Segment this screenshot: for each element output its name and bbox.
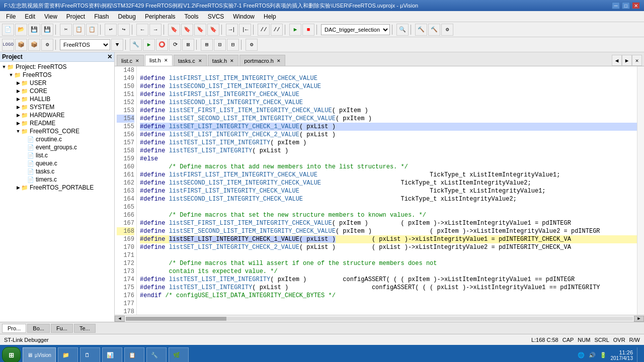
tab-listh[interactable]: list.h ✕ [145,55,173,66]
t9[interactable]: ⊡ [214,39,226,51]
bookmark-prev[interactable]: 🔖 [181,24,193,36]
save-all-button[interactable]: 💾 [41,24,53,36]
save-button[interactable]: 💾 [28,24,40,36]
menu-flash[interactable]: Flash [90,12,113,21]
undo-button[interactable]: ↩ [105,24,117,36]
tree-user[interactable]: ▶ 📁 USER [0,79,114,87]
tree-eventgroups[interactable]: 📄 event_groups.c [0,143,114,151]
paste-button[interactable]: 📋 [86,24,98,36]
tab-tasksc[interactable]: tasks.c ✕ [174,55,207,66]
btab-te[interactable]: Te... [74,324,96,333]
nav-fwd-button[interactable]: → [149,24,162,36]
bookmark-next[interactable]: 🔖 [194,24,206,36]
rebuild-button[interactable]: 🔨 [428,24,440,36]
build-button[interactable]: 🔨 [415,24,427,36]
maximize-button[interactable]: □ [622,2,630,9]
run-debug-button[interactable]: ⚙ [41,39,53,51]
tab-portmacro[interactable]: portmacro.h ✕ [239,55,285,66]
tree-readme[interactable]: ▶ 📁 README [0,119,114,127]
menu-edit[interactable]: Edit [21,12,39,21]
tree-hardware[interactable]: ▶ 📁 HARDWARE [0,111,114,119]
menu-view[interactable]: View [40,12,61,21]
tab-listc[interactable]: list.c ✕ [117,55,144,66]
taskbar-app-6[interactable]: 🔧 [146,347,167,362]
logo-button[interactable]: LOGO [2,39,14,51]
t5[interactable]: ⭕ [156,39,168,51]
t8[interactable]: ⊞ [201,39,213,51]
menu-svcs[interactable]: SVCS [204,12,228,21]
settings-button[interactable]: ⚙ [441,24,453,36]
scroll-indicator[interactable] [637,66,644,315]
tree-core[interactable]: ▶ 📁 CORE [0,87,114,95]
taskbar-app-5[interactable]: 📋 [124,347,144,362]
tree-system[interactable]: ▶ 📁 SYSTEM [0,103,114,111]
find-button[interactable]: 🔍 [396,24,409,36]
hscroll-track[interactable] [126,317,633,321]
redo-button[interactable]: ↪ [118,24,130,36]
taskbar-app-4[interactable]: 📊 [102,347,122,362]
t6[interactable]: ⟳ [169,39,181,51]
debug-stop-button[interactable]: ■ [302,24,314,36]
unindent-button[interactable]: |← [239,24,251,36]
debug-start-button[interactable]: ▶ [289,24,301,36]
code-area[interactable]: 148 149 150 151 152 153 154 155 156 157 … [115,66,644,315]
tab-close-portmacro[interactable]: ✕ [277,58,281,63]
dac-combo[interactable]: DAC_trigger_selection [321,24,390,35]
project-combo[interactable]: FreeRTOS [60,39,110,50]
bookmark-button[interactable]: 🔖 [168,24,180,36]
tab-scroll-right[interactable]: ▶ [622,55,632,66]
tree-freertos-core[interactable]: ▼ 📁 FreeRTOS_CORE [0,127,114,135]
t11[interactable]: ⚙ [246,39,258,51]
menu-peripherals[interactable]: Peripherals [141,12,180,21]
menu-file[interactable]: File [2,12,20,21]
code-content[interactable]: #define listFIRST_LIST_ITEM_INTEGRITY_CH… [137,66,637,315]
hscroll-thumb[interactable] [126,317,226,321]
show-desktop-button[interactable] [637,347,640,362]
t10[interactable]: ⊟ [227,39,239,51]
comment-button[interactable]: // [258,24,270,36]
menu-debug[interactable]: Debug [114,12,140,21]
tab-close-taskh[interactable]: ✕ [230,58,234,63]
minimize-button[interactable]: ─ [612,2,620,9]
taskbar-app-7[interactable]: 🌿 [169,347,189,362]
btab-fu[interactable]: Fu... [51,324,73,333]
tab-close-listh[interactable]: ✕ [164,58,168,63]
tab-close-listc[interactable]: ✕ [135,58,139,63]
menu-help[interactable]: Help [260,12,280,21]
compile-button[interactable]: ▶ [143,39,155,51]
hscroll-left[interactable]: ◀ [115,316,125,322]
menu-project[interactable]: Project [62,12,89,21]
btab-pro[interactable]: Pro... [2,324,26,333]
tab-close-all[interactable]: ✕ [632,55,642,66]
pack2-button[interactable]: 📦 [28,39,40,51]
combo-arrow[interactable]: ▼ [111,39,123,51]
hscroll-bar[interactable]: ◀ ▶ [115,315,644,322]
indent-button[interactable]: →| [226,24,238,36]
tree-hallib[interactable]: ▶ 📁 HALLIB [0,95,114,103]
new-file-button[interactable]: 📄 [2,24,14,36]
taskbar-app-3[interactable]: 🗒 [80,347,100,362]
tab-close-tasksc[interactable]: ✕ [198,58,202,63]
tree-project-root[interactable]: ▼ 📁 Project: FreeRTOS [0,63,114,71]
bookmark-clear[interactable]: 🔖 [207,24,219,36]
t3[interactable]: 🔧 [130,39,142,51]
t7[interactable]: ⊠ [182,39,194,51]
hscroll-right[interactable]: ▶ [634,316,644,322]
close-button[interactable]: ✕ [632,2,640,9]
tree-queue[interactable]: 📄 queue.c [0,159,114,167]
tree-timers[interactable]: 📄 timers.c [0,175,114,184]
copy-button[interactable]: 📋 [73,24,85,36]
tab-taskh[interactable]: task.h ✕ [208,55,238,66]
open-file-button[interactable]: 📂 [15,24,27,36]
nav-back-button[interactable]: ← [136,24,148,36]
btab-bo[interactable]: Bo... [27,324,50,333]
cut-button[interactable]: ✂ [60,24,72,36]
tab-scroll-left[interactable]: ◀ [612,55,622,66]
taskbar-app-uvision[interactable]: 🖥 µVision [23,347,56,362]
menu-window[interactable]: Window [229,12,259,21]
pack-install-button[interactable]: 📦 [15,39,27,51]
tree-croutine[interactable]: 📄 croutine.c [0,135,114,143]
tree-freertos[interactable]: ▼ 📁 FreeRTOS [0,71,114,79]
menu-tools[interactable]: Tools [181,12,203,21]
tree-tasks[interactable]: 📄 tasks.c [0,167,114,175]
